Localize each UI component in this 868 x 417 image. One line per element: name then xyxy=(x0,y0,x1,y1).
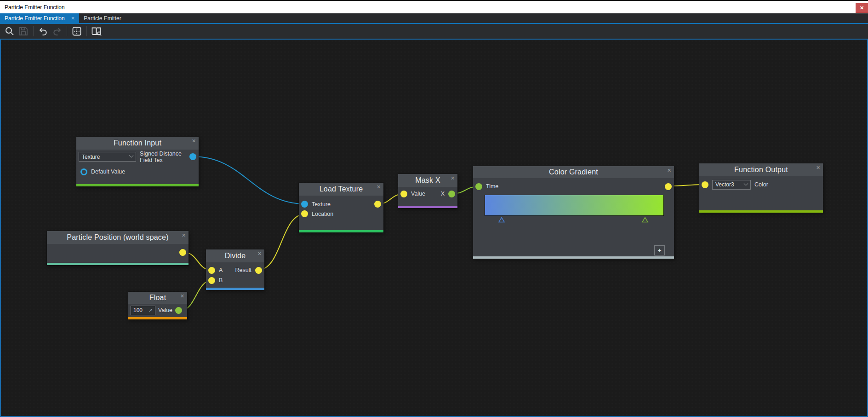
node-color-strip xyxy=(206,288,264,290)
location-label: Location xyxy=(312,211,333,217)
output-port-value[interactable] xyxy=(175,307,182,314)
node-color-strip xyxy=(699,210,823,213)
node-header[interactable]: Float × xyxy=(128,292,187,304)
close-icon[interactable]: × xyxy=(258,250,262,257)
node-color-strip xyxy=(299,230,383,232)
node-header[interactable]: Load Texture × xyxy=(299,183,383,196)
node-color-strip xyxy=(128,317,187,319)
gradient-marker-green[interactable] xyxy=(641,217,649,223)
output-port-color[interactable] xyxy=(665,183,672,190)
node-mask-x: Mask X × Value X xyxy=(398,174,457,208)
window-title: Particle Emitter Function xyxy=(5,4,65,11)
node-title: Function Output xyxy=(734,166,788,174)
input-port-color[interactable] xyxy=(702,181,708,188)
chevron-down-icon xyxy=(744,181,748,185)
texture-label: Texture xyxy=(312,201,331,208)
node-header[interactable]: Divide × xyxy=(206,249,264,262)
input-port-time[interactable] xyxy=(475,183,482,190)
close-icon[interactable]: × xyxy=(192,137,196,145)
input-b-label: B xyxy=(219,277,223,284)
node-header[interactable]: Particle Position (world space) × xyxy=(47,231,188,244)
node-color-strip xyxy=(398,206,457,208)
float-value-input[interactable]: 100 ↗ xyxy=(131,306,155,315)
gradient-marker-blue[interactable] xyxy=(498,217,505,223)
node-color-strip xyxy=(76,184,199,186)
output-port[interactable] xyxy=(374,201,381,208)
x-label: X xyxy=(441,191,445,197)
value-label: Value xyxy=(411,191,425,197)
input-port-b[interactable] xyxy=(208,277,215,284)
close-icon[interactable]: × xyxy=(181,292,184,300)
node-header[interactable]: Function Input × xyxy=(76,137,199,150)
window-close-button[interactable]: ✕ xyxy=(856,3,868,13)
toolbar-separator xyxy=(67,26,67,36)
output-port-texture[interactable] xyxy=(189,153,196,160)
tab-label: Particle Emitter xyxy=(84,15,121,22)
redo-icon[interactable] xyxy=(50,25,64,37)
node-library-icon[interactable] xyxy=(90,25,103,37)
undo-icon[interactable] xyxy=(36,25,50,37)
tab-particle-emitter-function[interactable]: Particle Emitter Function × xyxy=(0,13,79,23)
fit-view-icon[interactable] xyxy=(70,25,84,37)
wire-divide-to-location[interactable] xyxy=(257,214,305,270)
close-icon[interactable]: × xyxy=(668,167,671,174)
output-port-position[interactable] xyxy=(179,249,186,256)
tab-label: Particle Emitter Function xyxy=(5,15,65,22)
expand-editor-icon[interactable]: ↗ xyxy=(148,307,153,313)
input-port-a[interactable] xyxy=(208,267,215,274)
result-label: Result xyxy=(235,267,251,273)
node-title: Color Gradient xyxy=(549,168,598,176)
node-title: Float xyxy=(149,294,166,302)
tab-close-icon[interactable]: × xyxy=(71,15,75,21)
node-color-strip xyxy=(47,263,188,265)
gradient-bar[interactable] xyxy=(485,195,664,216)
node-title: Particle Position (world space) xyxy=(67,233,168,242)
close-icon[interactable]: × xyxy=(451,174,455,182)
toolbar-separator xyxy=(33,26,34,36)
default-value-label: Default Value xyxy=(91,168,125,175)
wire-input-to-loadtexture[interactable] xyxy=(193,156,305,204)
node-color-strip xyxy=(473,256,674,259)
node-title: Function Input xyxy=(114,139,161,147)
toolbar-separator xyxy=(86,26,87,36)
tab-bar: Particle Emitter Function × Particle Emi… xyxy=(0,13,868,23)
node-title: Divide xyxy=(225,252,246,260)
node-function-input: Function Input × Texture Signed Distance… xyxy=(76,137,199,186)
time-label: Time xyxy=(486,183,498,190)
node-particle-position: Particle Position (world space) × xyxy=(47,231,188,265)
save-icon[interactable] xyxy=(17,25,30,37)
close-icon[interactable]: × xyxy=(182,232,186,239)
output-type-dropdown[interactable]: Vector3 xyxy=(712,180,751,190)
input-port-value[interactable] xyxy=(400,191,407,197)
titlebar: Particle Emitter Function ✕ xyxy=(0,1,868,13)
node-graph-canvas[interactable]: Function Input × Texture Signed Distance… xyxy=(0,39,868,417)
node-header[interactable]: Function Output × xyxy=(699,163,823,176)
input-port-location[interactable] xyxy=(301,210,308,217)
app-window: Particle Emitter Function ✕ Particle Emi… xyxy=(0,0,868,417)
node-function-output: Function Output × Vector3 Color xyxy=(699,163,823,213)
output-port-result[interactable] xyxy=(255,267,262,274)
output-port-label: Signed Distance Field Tex xyxy=(140,151,186,163)
zoom-search-icon[interactable] xyxy=(3,25,17,37)
node-title: Mask X xyxy=(415,176,440,185)
default-value-port[interactable] xyxy=(80,168,87,175)
node-load-texture: Load Texture × Texture Location xyxy=(299,183,383,232)
node-color-gradient: Color Gradient × Time + xyxy=(473,166,674,259)
close-icon[interactable]: × xyxy=(817,164,820,171)
color-label: Color xyxy=(754,181,768,188)
chevron-down-icon xyxy=(129,153,134,158)
node-header[interactable]: Color Gradient × xyxy=(473,166,674,178)
node-title: Load Texture xyxy=(320,185,363,193)
tab-particle-emitter[interactable]: Particle Emitter xyxy=(79,13,126,23)
close-icon[interactable]: × xyxy=(377,183,381,191)
node-header[interactable]: Mask X × xyxy=(398,174,457,187)
value-label: Value xyxy=(158,307,172,313)
node-divide: Divide × A Result B xyxy=(206,249,264,290)
output-port-x[interactable] xyxy=(448,191,455,197)
toolbar xyxy=(0,24,868,39)
input-port-texture[interactable] xyxy=(301,201,308,208)
node-float: Float × 100 ↗ Value xyxy=(128,292,187,319)
input-type-dropdown[interactable]: Texture xyxy=(79,152,136,162)
add-gradient-stop-button[interactable]: + xyxy=(654,245,665,255)
input-a-label: A xyxy=(219,267,223,273)
